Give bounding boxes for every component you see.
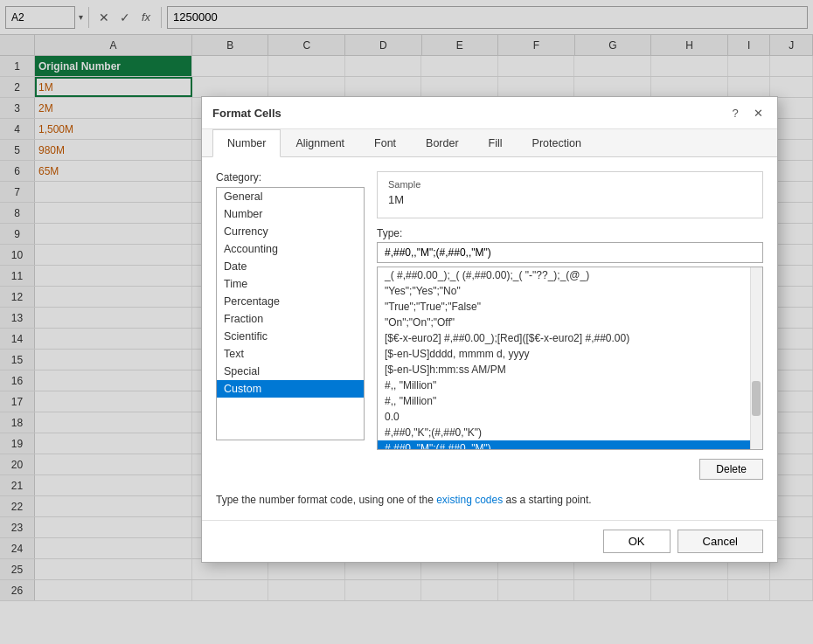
delete-button[interactable]: Delete bbox=[699, 459, 763, 480]
type-scrollbar[interactable] bbox=[750, 267, 762, 449]
type-item[interactable]: #,, "Million" bbox=[378, 377, 762, 393]
type-item[interactable]: 0.0 bbox=[378, 409, 762, 425]
dialog-body: Category: GeneralNumberCurrencyAccountin… bbox=[202, 157, 777, 520]
dialog-close-button[interactable]: ✕ bbox=[749, 104, 767, 121]
format-panel: Sample 1M Type: _( #,##0.00_);_( (#,##0.… bbox=[377, 171, 763, 480]
type-section: Type: _( #,##0.00_);_( (#,##0.00);_( "-"… bbox=[377, 227, 763, 450]
type-item[interactable]: [$-en-US]h:mm:ss AM/PM bbox=[378, 362, 762, 377]
category-item-percentage[interactable]: Percentage bbox=[217, 293, 364, 310]
type-item[interactable]: #,, "Million" bbox=[378, 393, 762, 409]
type-list: _( #,##0.00_);_( (#,##0.00);_( "-"??_);_… bbox=[378, 267, 762, 450]
category-item-custom[interactable]: Custom bbox=[217, 380, 364, 398]
category-item-special[interactable]: Special bbox=[217, 363, 364, 380]
type-item[interactable]: [$€-x-euro2] #,##0.00_);[Red]([$€-x-euro… bbox=[378, 330, 762, 346]
category-label: Category: bbox=[216, 171, 365, 184]
type-list-wrapper: _( #,##0.00_);_( (#,##0.00);_( "-"??_);_… bbox=[377, 267, 763, 450]
tab-protection[interactable]: Protection bbox=[518, 129, 596, 157]
type-item[interactable]: #,##0,,"M";(#,##0,,"M") bbox=[378, 440, 762, 450]
dialog-main: Category: GeneralNumberCurrencyAccountin… bbox=[216, 171, 763, 480]
dialog-overlay: Format Cells ? ✕ NumberAlignmentFontBord… bbox=[0, 0, 813, 644]
category-item-accounting[interactable]: Accounting bbox=[217, 240, 364, 258]
category-panel: Category: GeneralNumberCurrencyAccountin… bbox=[216, 171, 365, 480]
tab-number[interactable]: Number bbox=[212, 129, 281, 157]
description-text: Type the number format code, using one o… bbox=[216, 494, 763, 506]
dialog-title: Format Cells bbox=[212, 107, 281, 120]
category-list-wrapper: GeneralNumberCurrencyAccountingDateTimeP… bbox=[216, 187, 365, 440]
type-item[interactable]: #,##0,"K";(#,##0,"K") bbox=[378, 425, 762, 440]
delete-btn-row: Delete bbox=[377, 459, 763, 480]
category-item-fraction[interactable]: Fraction bbox=[217, 310, 364, 328]
type-item[interactable]: _( #,##0.00_);_( (#,##0.00);_( "-"??_);_… bbox=[378, 267, 762, 283]
dialog-footer: OK Cancel bbox=[202, 520, 777, 562]
category-item-currency[interactable]: Currency bbox=[217, 223, 364, 240]
category-item-date[interactable]: Date bbox=[217, 258, 364, 275]
sample-label: Sample bbox=[388, 179, 752, 190]
description-highlight: existing codes bbox=[436, 494, 503, 506]
category-item-number[interactable]: Number bbox=[217, 205, 364, 223]
ok-button[interactable]: OK bbox=[603, 530, 671, 553]
category-item-text[interactable]: Text bbox=[217, 345, 364, 363]
tab-border[interactable]: Border bbox=[411, 129, 474, 157]
cancel-button[interactable]: Cancel bbox=[678, 530, 763, 553]
type-item[interactable]: "Yes";"Yes";"No" bbox=[378, 283, 762, 299]
type-item[interactable]: [$-en-US]dddd, mmmm d, yyyy bbox=[378, 346, 762, 362]
dialog-help-button[interactable]: ? bbox=[726, 104, 744, 121]
dialog-titlebar: Format Cells ? ✕ bbox=[202, 97, 777, 129]
category-item-general[interactable]: General bbox=[217, 188, 364, 205]
type-label: Type: bbox=[377, 227, 763, 239]
dialog-tabs: NumberAlignmentFontBorderFillProtection bbox=[202, 129, 777, 157]
sample-section: Sample 1M bbox=[377, 171, 763, 218]
type-scrollbar-thumb bbox=[752, 381, 761, 416]
category-item-scientific[interactable]: Scientific bbox=[217, 328, 364, 345]
format-cells-dialog: Format Cells ? ✕ NumberAlignmentFontBord… bbox=[201, 96, 778, 563]
tab-alignment[interactable]: Alignment bbox=[281, 129, 359, 157]
category-list: GeneralNumberCurrencyAccountingDateTimeP… bbox=[217, 188, 364, 398]
type-item[interactable]: "On";"On";"Off" bbox=[378, 315, 762, 330]
dialog-controls: ? ✕ bbox=[726, 104, 767, 121]
category-item-time[interactable]: Time bbox=[217, 275, 364, 293]
type-item[interactable]: "True";"True";"False" bbox=[378, 299, 762, 315]
sample-value: 1M bbox=[388, 193, 752, 211]
tab-fill[interactable]: Fill bbox=[474, 129, 518, 157]
tab-font[interactable]: Font bbox=[359, 129, 411, 157]
type-input[interactable] bbox=[377, 242, 763, 263]
